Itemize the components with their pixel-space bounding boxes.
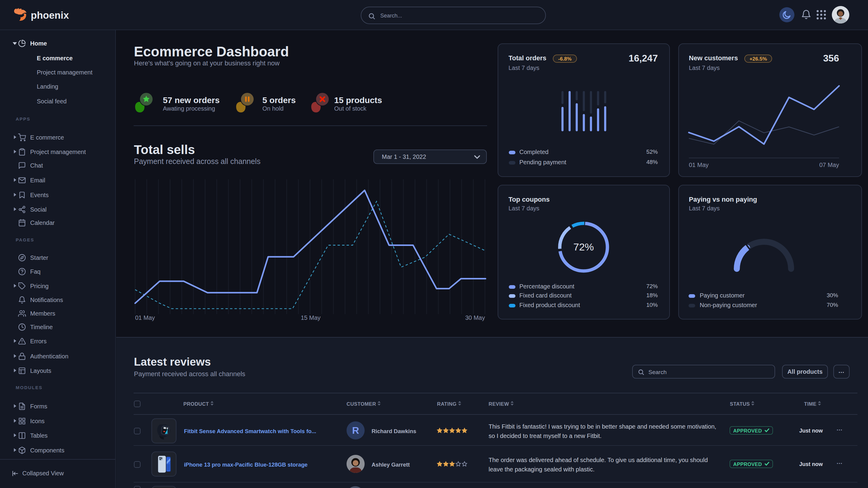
svg-text:07 May: 07 May	[819, 162, 839, 168]
svg-text:72%: 72%	[574, 241, 594, 253]
svg-text:01 May: 01 May	[135, 314, 155, 321]
svg-text:15 May: 15 May	[301, 314, 320, 321]
svg-text:30 May: 30 May	[465, 314, 485, 321]
svg-text:01 May: 01 May	[689, 162, 709, 168]
